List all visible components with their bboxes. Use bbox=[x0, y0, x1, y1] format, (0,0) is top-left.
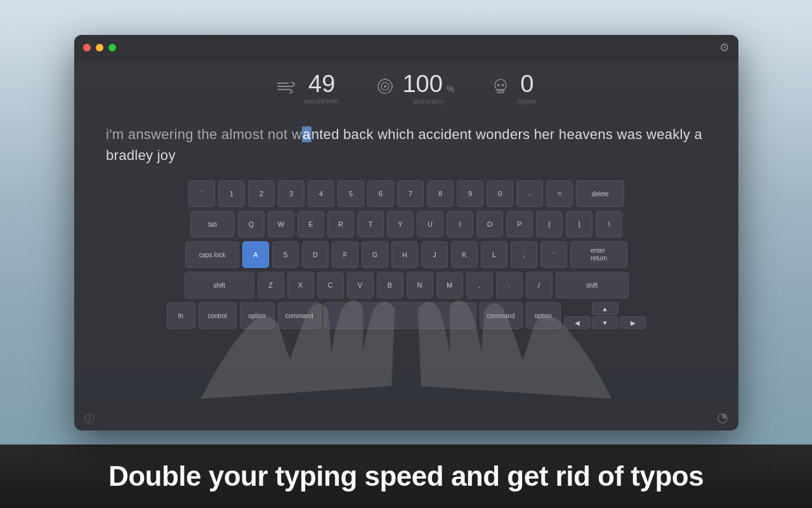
key-9[interactable]: 9 bbox=[457, 180, 483, 207]
stats-bar: 49 words/min 100 % accuracy bbox=[74, 60, 738, 111]
key-arrow-down[interactable]: ▼ bbox=[592, 316, 619, 329]
typed-portion: i'm answering the almost not w bbox=[106, 126, 302, 142]
key-4[interactable]: 4 bbox=[308, 180, 334, 207]
key-v[interactable]: V bbox=[347, 272, 374, 298]
key-c[interactable]: C bbox=[317, 272, 344, 298]
asdf-row: caps lock A S D F G H J K L ; ' enterret… bbox=[96, 241, 716, 268]
key-option-right[interactable]: option bbox=[526, 302, 561, 329]
maximize-button[interactable] bbox=[108, 44, 116, 51]
accuracy-unit: % bbox=[447, 84, 454, 94]
svg-point-2 bbox=[384, 85, 386, 88]
typos-stat-group: 0 typos bbox=[492, 72, 536, 105]
key-f[interactable]: F bbox=[332, 241, 358, 268]
keyboard: ` 1 2 3 4 5 6 7 8 9 0 - = delete tab Q W… bbox=[96, 180, 716, 329]
app-window: ⚙ 49 words/min bbox=[74, 35, 738, 431]
key-x[interactable]: X bbox=[287, 272, 314, 298]
key-1[interactable]: 1 bbox=[218, 180, 245, 207]
key-backtick[interactable]: ` bbox=[188, 180, 215, 207]
key-6[interactable]: 6 bbox=[367, 180, 394, 207]
key-m[interactable]: M bbox=[436, 272, 463, 298]
bottom-banner: Double your typing speed and get rid of … bbox=[0, 444, 812, 508]
key-8[interactable]: 8 bbox=[427, 180, 454, 207]
key-option-left[interactable]: option bbox=[240, 302, 275, 329]
bottom-bar: ⓘ bbox=[74, 408, 738, 431]
key-equals[interactable]: = bbox=[546, 180, 573, 207]
accuracy-label: accuracy bbox=[413, 97, 443, 105]
key-3[interactable]: 3 bbox=[278, 180, 304, 207]
cursor-character: a bbox=[302, 126, 311, 142]
key-arrow-right[interactable]: ▶ bbox=[620, 316, 646, 329]
typos-label: typos bbox=[518, 97, 536, 105]
key-command-left[interactable]: command bbox=[278, 302, 321, 329]
zxcv-row: shift Z X C V B N M , . / shift bbox=[96, 272, 716, 298]
key-semicolon[interactable]: ; bbox=[511, 241, 537, 268]
key-slash[interactable]: / bbox=[526, 272, 553, 298]
key-space[interactable] bbox=[324, 302, 476, 329]
key-r[interactable]: R bbox=[327, 211, 354, 237]
key-b[interactable]: B bbox=[377, 272, 403, 298]
skull-icon bbox=[492, 78, 509, 98]
key-arrow-left[interactable]: ◀ bbox=[564, 316, 591, 329]
typing-area: i'm answering the almost not wanted back… bbox=[74, 111, 738, 175]
accuracy-value: 100 bbox=[402, 72, 442, 96]
key-j[interactable]: J bbox=[421, 241, 448, 268]
typos-stat: 0 typos bbox=[518, 72, 536, 105]
keyboard-container: ` 1 2 3 4 5 6 7 8 9 0 - = delete tab Q W… bbox=[74, 175, 738, 338]
key-p[interactable]: P bbox=[506, 211, 533, 237]
key-h[interactable]: H bbox=[391, 241, 418, 268]
number-row: ` 1 2 3 4 5 6 7 8 9 0 - = delete bbox=[96, 180, 716, 207]
key-e[interactable]: E bbox=[298, 211, 324, 237]
key-comma[interactable]: , bbox=[466, 272, 493, 298]
key-enter[interactable]: enterreturn bbox=[570, 241, 627, 268]
key-s[interactable]: S bbox=[272, 241, 299, 268]
key-period[interactable]: . bbox=[496, 272, 523, 298]
key-a[interactable]: A bbox=[242, 241, 269, 268]
info-icon[interactable]: ⓘ bbox=[84, 413, 95, 426]
wpm-stat-group: 49 words/min bbox=[277, 72, 339, 105]
key-o[interactable]: O bbox=[476, 211, 503, 237]
close-button[interactable] bbox=[83, 44, 91, 51]
key-0[interactable]: 0 bbox=[487, 180, 513, 207]
key-quote[interactable]: ' bbox=[540, 241, 567, 268]
key-shift-right[interactable]: shift bbox=[556, 272, 629, 298]
key-backslash[interactable]: \ bbox=[596, 211, 622, 237]
key-5[interactable]: 5 bbox=[337, 180, 364, 207]
window-buttons bbox=[83, 44, 116, 51]
accuracy-stat: 100 % accuracy bbox=[402, 72, 454, 105]
key-capslock[interactable]: caps lock bbox=[185, 241, 239, 268]
key-rbracket[interactable]: ] bbox=[566, 211, 593, 237]
key-n[interactable]: N bbox=[407, 272, 433, 298]
key-y[interactable]: Y bbox=[387, 211, 414, 237]
key-shift-left[interactable]: shift bbox=[185, 272, 254, 298]
key-l[interactable]: L bbox=[481, 241, 508, 268]
key-g[interactable]: G bbox=[362, 241, 388, 268]
key-q[interactable]: Q bbox=[238, 211, 265, 237]
key-delete[interactable]: delete bbox=[576, 180, 624, 207]
key-k[interactable]: K bbox=[451, 241, 478, 268]
key-minus[interactable]: - bbox=[516, 180, 543, 207]
key-fn[interactable]: fn bbox=[167, 302, 195, 329]
key-tab[interactable]: tab bbox=[190, 211, 235, 237]
key-7[interactable]: 7 bbox=[397, 180, 424, 207]
key-i[interactable]: I bbox=[447, 211, 473, 237]
qwerty-row: tab Q W E R T Y U I O P [ ] \ bbox=[96, 211, 716, 237]
key-arrow-up[interactable]: ▲ bbox=[592, 302, 619, 315]
minimize-button[interactable] bbox=[96, 44, 103, 51]
key-z[interactable]: Z bbox=[258, 272, 284, 298]
key-2[interactable]: 2 bbox=[248, 180, 275, 207]
settings-icon[interactable]: ⚙ bbox=[719, 41, 730, 55]
key-u[interactable]: U bbox=[417, 211, 443, 237]
key-control[interactable]: control bbox=[199, 302, 237, 329]
svg-point-9 bbox=[497, 84, 500, 86]
key-command-right[interactable]: command bbox=[480, 302, 523, 329]
svg-point-10 bbox=[502, 84, 504, 86]
wpm-value: 49 bbox=[308, 72, 335, 96]
key-t[interactable]: T bbox=[357, 211, 384, 237]
wpm-stat: 49 words/min bbox=[304, 72, 339, 105]
key-w[interactable]: W bbox=[268, 211, 294, 237]
key-d[interactable]: D bbox=[302, 241, 329, 268]
chart-icon[interactable] bbox=[717, 413, 728, 427]
wind-icon bbox=[277, 79, 296, 97]
key-lbracket[interactable]: [ bbox=[536, 211, 563, 237]
accuracy-stat-group: 100 % accuracy bbox=[377, 72, 454, 105]
